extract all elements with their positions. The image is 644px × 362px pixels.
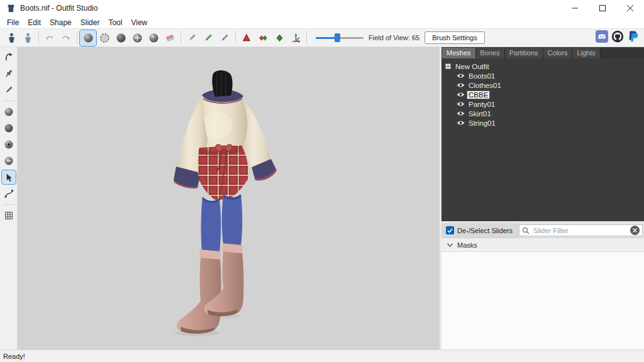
eye-visibility-icon[interactable]: [457, 120, 465, 126]
move-brush-icon[interactable]: [129, 30, 145, 46]
field-of-view-label: Field of View: 65: [369, 34, 419, 41]
menu-tool[interactable]: Tool: [104, 18, 126, 28]
load-reference-icon[interactable]: [19, 30, 36, 46]
app-icon: [6, 3, 16, 13]
mesh-tree: New Outfit Boots01 Clothes01 CBBE: [441, 58, 644, 131]
tree-root-label[interactable]: New Outfit: [454, 63, 491, 70]
slider-filter-box: [519, 224, 643, 236]
status-text: Ready!: [3, 353, 25, 360]
menu-file[interactable]: File: [3, 18, 23, 28]
tab-partitions[interactable]: Partitions: [505, 48, 543, 58]
eye-visibility-icon[interactable]: [457, 92, 465, 97]
clear-filter-button[interactable]: [630, 226, 640, 235]
window-title: Boots.nif - Outfit Studio: [20, 4, 97, 13]
grid-toggle-icon[interactable]: [2, 209, 16, 222]
redo-icon[interactable]: [58, 30, 74, 46]
checkbox-checked-icon[interactable]: [446, 226, 454, 234]
masks-section-header[interactable]: Masks: [441, 238, 644, 252]
deselect-sliders-checkbox[interactable]: De-/Select Sliders: [441, 223, 518, 238]
tab-meshes[interactable]: Meshes: [442, 48, 476, 58]
load-project-icon[interactable]: [3, 30, 19, 46]
eraser-icon[interactable]: [162, 30, 178, 46]
menu-slider[interactable]: Slider: [76, 18, 104, 28]
menu-shape[interactable]: Shape: [45, 18, 76, 28]
outfit-model: [153, 70, 297, 343]
search-icon: [522, 227, 530, 234]
tree-root-row[interactable]: New Outfit: [445, 62, 640, 71]
mask-brush-icon[interactable]: [96, 30, 113, 46]
eye-visibility-icon[interactable]: [457, 101, 465, 107]
pivot-cone-icon[interactable]: [238, 30, 255, 46]
inflate-brush-icon[interactable]: [80, 30, 96, 46]
weight-brush-icon[interactable]: [184, 30, 200, 46]
menu-view[interactable]: View: [126, 18, 152, 28]
side-toolbar: [0, 47, 18, 349]
mirror-diamond-icon[interactable]: [255, 30, 271, 46]
toolbar-social-links: [596, 30, 641, 45]
color-brush-icon[interactable]: [200, 30, 216, 46]
maximize-button[interactable]: [589, 0, 616, 16]
slider-filter-input[interactable]: [532, 226, 628, 235]
undo-icon[interactable]: [42, 30, 58, 46]
close-button[interactable]: [616, 0, 644, 16]
tab-colors[interactable]: Colors: [543, 48, 573, 58]
sliders-panel: De-/Select Sliders Masks: [441, 221, 644, 349]
transform-axes-icon[interactable]: [287, 30, 304, 46]
main-toolbar: Field of View: 65 Brush Settings: [0, 28, 644, 47]
tree-item-skirt01[interactable]: Skirt01: [457, 109, 640, 118]
titlebar: Boots.nif - Outfit Studio: [0, 0, 644, 16]
eye-visibility-icon[interactable]: [457, 111, 465, 116]
tab-lights[interactable]: Lights: [572, 48, 600, 58]
pin-icon[interactable]: [2, 67, 16, 80]
tree-item-panty01[interactable]: Panty01: [457, 99, 640, 109]
tree-item-string01[interactable]: String01: [457, 118, 640, 128]
paint-brush-icon[interactable]: [2, 83, 16, 97]
sphere-brush-d-icon[interactable]: [2, 154, 16, 168]
eye-visibility-icon[interactable]: [457, 73, 465, 79]
deselect-sliders-label: De-/Select Sliders: [457, 227, 513, 234]
tree-item-boots01[interactable]: Boots01: [457, 71, 640, 80]
tree-item-cbbe[interactable]: CBBE: [457, 90, 640, 99]
chevron-down-icon: [447, 243, 453, 247]
tab-bones[interactable]: Bones: [476, 48, 505, 58]
slider-filter-row: De-/Select Sliders: [441, 223, 644, 238]
window-controls: [561, 0, 644, 16]
fov-slider-handle[interactable]: [335, 33, 340, 42]
move-tool-icon[interactable]: [2, 170, 16, 184]
alpha-brush-icon[interactable]: [216, 30, 233, 46]
github-icon[interactable]: [611, 30, 624, 45]
meshes-panel: Meshes Bones Partitions Colors Lights Ne…: [441, 47, 644, 221]
fov-slider-fill: [316, 37, 337, 39]
viewport-3d[interactable]: [18, 47, 440, 349]
right-panel: Meshes Bones Partitions Colors Lights Ne…: [440, 47, 644, 349]
brush-settings-button[interactable]: Brush Settings: [425, 31, 485, 44]
outfit-studio-window: Boots.nif - Outfit Studio File Edit Shap…: [0, 0, 644, 362]
menubar: File Edit Shape Slider Tool View: [0, 16, 644, 28]
rotate-view-icon[interactable]: [2, 50, 16, 64]
sphere-brush-b-icon[interactable]: [2, 121, 16, 135]
sphere-brush-a-icon[interactable]: [2, 105, 16, 119]
eye-visibility-icon[interactable]: [457, 82, 465, 88]
sliders-empty-area: [441, 252, 644, 349]
tree-item-clothes01[interactable]: Clothes01: [457, 80, 640, 90]
panel-tabs: Meshes Bones Partitions Colors Lights: [441, 47, 644, 58]
paypal-icon[interactable]: [627, 30, 638, 45]
main-area: Meshes Bones Partitions Colors Lights Ne…: [0, 47, 644, 349]
sphere-brush-c-icon[interactable]: [2, 138, 16, 151]
discord-icon[interactable]: [596, 30, 608, 45]
collapse-expander-icon[interactable]: [445, 63, 451, 69]
masks-label: Masks: [457, 241, 477, 249]
statusbar: Ready!: [0, 349, 644, 362]
curve-tool-icon[interactable]: [2, 187, 16, 200]
field-of-view-slider[interactable]: [316, 33, 364, 43]
minimize-button[interactable]: [561, 0, 589, 16]
menu-edit[interactable]: Edit: [23, 18, 45, 28]
deflate-brush-icon[interactable]: [113, 30, 129, 46]
nodes-diamond-icon[interactable]: [271, 30, 287, 46]
smooth-brush-icon[interactable]: [145, 30, 162, 46]
